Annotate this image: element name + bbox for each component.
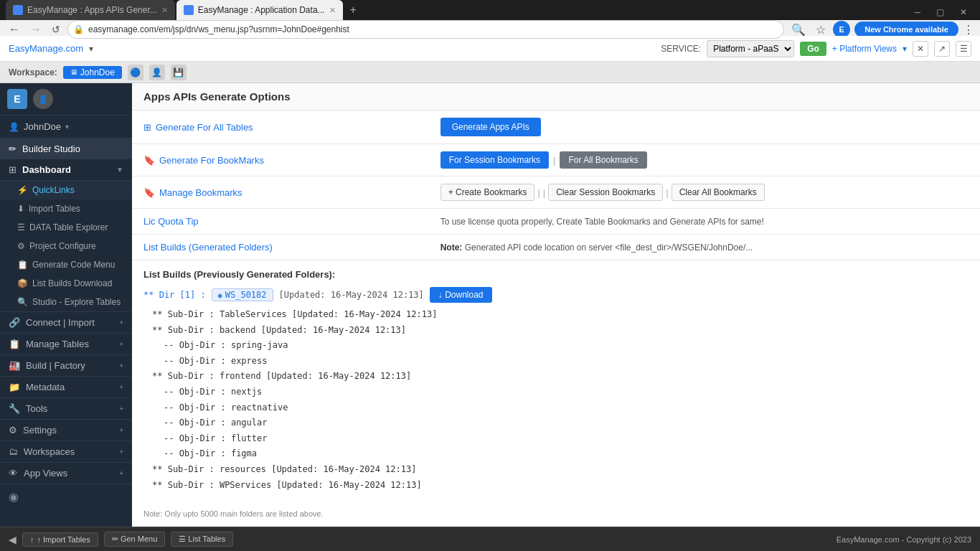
sidebar-item-metadata[interactable]: 📁 Metadata + [0,377,132,398]
topbar-dropdown-icon[interactable]: ▾ [89,44,93,54]
logo-icon[interactable]: E [7,89,27,109]
reload-button[interactable]: ↺ [49,22,63,37]
tab-1[interactable]: EasyManage : Apps APIs Gener... ✕ [6,0,175,20]
sidebar-item-generate-code-menu[interactable]: 📋 Generate Code Menu [0,255,132,274]
sub-dir-line-3: -- Obj-Dir : spring-java [152,338,969,354]
address-bar[interactable] [67,20,784,39]
sidebar-item-settings[interactable]: ⚙ Settings + [0,420,132,441]
note-text-content: Generated API code location on server <f… [465,242,753,253]
footer-import-tables-button[interactable]: ↑ ↑ Import Tables [22,532,98,547]
tab1-close[interactable]: ✕ [161,6,168,15]
maximize-button[interactable]: ▢ [929,4,951,20]
quicklinks-icon: ⚡ [17,185,28,195]
app-wrapper: EasyManage.com ▾ SERVICE: Platform - aPa… [0,36,980,551]
manage-tables-expand-icon: + [119,340,123,348]
topbar-close-icon[interactable]: ✕ [913,41,928,57]
sidebar-item-list-builds-download[interactable]: 📦 List Builds Download [0,274,132,293]
builder-studio-icon: ✏ [9,143,17,154]
download-button[interactable]: ↓ Download [430,287,492,303]
user-avatar[interactable]: 👤 [33,89,53,109]
sidebar-item-builder-studio[interactable]: ✏ Builder Studio [0,138,132,159]
sidebar-circle-btn[interactable]: ◉ [0,484,132,509]
sub-dir-line-1: ** Sub-Dir : TableServices [Updated: 16-… [152,307,969,323]
workspace-btn-1[interactable]: 🔵 [128,65,143,80]
options-row-lic-quota: Lic Quota Tip To use license quota prope… [132,209,980,235]
footer-import-tables-label: ↑ Import Tables [37,535,90,544]
sidebar-item-studio-explore-tables[interactable]: 🔍 Studio - Explore Tables [0,293,132,312]
topbar-menu-icon[interactable]: ☰ [956,41,971,57]
footer-gen-menu-button[interactable]: ✏ Gen Menu [104,532,165,547]
settings-expand-icon: + [119,426,123,434]
generate-apps-apis-button[interactable]: Generate Apps APIs [440,118,541,136]
clear-all-bookmarks-button[interactable]: Clear All Bookmarks [672,184,765,201]
sidebar-user-row[interactable]: 👤 JohnDoe ▾ [0,116,132,138]
generate-bookmarks-label[interactable]: 🔖 Generate For BookMarks [143,155,418,166]
options-row-list-builds: List Builds (Generated Folders) Note: Ge… [132,235,980,260]
lic-quota-label[interactable]: Lic Quota Tip [143,216,418,227]
build-list-title: List Builds (Previously Generated Folder… [143,269,969,280]
options-row-bookmarks: 🔖 Generate For BookMarks For Session Boo… [132,144,980,176]
sidebar-item-data-table-explorer[interactable]: ☰ DATA Table Explorer [0,218,132,237]
sidebar-item-connect-import[interactable]: 🔗 Connect | Import + [0,312,132,334]
sidebar-item-tools[interactable]: 🔧 Tools + [0,398,132,420]
sidebar-item-build-factory[interactable]: 🏭 Build | Factory + [0,355,132,377]
sub-dir-line-12: ** Sub-Dir : WPServices [Updated: 16-May… [152,478,969,494]
workspace-chip[interactable]: 🖥 JohnDoe [63,66,122,79]
generate-all-label[interactable]: ⊞ Generate For All Tables [143,122,418,133]
service-select[interactable]: Platform - aPaaS [707,40,794,57]
minimize-button[interactable]: ─ [907,4,928,20]
easymanage-home-link[interactable]: EasyManage.com [9,43,83,54]
sidebar-item-app-views[interactable]: 👁 App Views + [0,463,132,484]
go-button[interactable]: Go [800,42,826,56]
platform-views-dropdown-icon[interactable]: ▾ [903,44,907,54]
topbar-arrow-icon[interactable]: ↗ [934,41,950,57]
forward-button[interactable]: → [27,22,44,37]
create-bookmarks-button[interactable]: + Create Bookmarks [440,184,535,201]
sidebar-item-quicklinks[interactable]: ⚡ QuickLinks [0,181,132,199]
build-factory-expand-icon: + [119,362,123,369]
sidebar-item-project-configure[interactable]: ⚙ Project Configure [0,237,132,255]
build-factory-icon: 🏭 [9,360,20,371]
footer-list-tables-button[interactable]: ☰ List Tables [171,532,233,547]
for-session-bookmarks-button[interactable]: For Session Bookmarks [440,151,549,169]
workspace-btn-3[interactable]: 💾 [171,65,187,80]
studio-explore-icon: 🔍 [17,297,28,307]
new-tab-button[interactable]: + [344,1,362,19]
workspace-chip-icon: 🖥 [70,68,77,76]
dir-label: ** Dir [1] : [143,290,206,300]
settings-icon: ⚙ [9,425,17,435]
workspaces-expand-icon: + [119,448,123,456]
for-all-bookmarks-button[interactable]: For All Bookmarks [560,151,646,169]
dashboard-icon: ⊞ [9,164,17,175]
sidebar-header: E 👤 [0,83,132,116]
close-window-button[interactable]: ✕ [953,4,974,20]
sidebar-item-label: Builder Studio [22,143,123,154]
tab2-favicon [184,5,194,15]
sidebar-metadata-label: Metadata [26,382,113,392]
platform-views-button[interactable]: + Platform Views [832,44,897,54]
workspace-btn-2[interactable]: 👤 [149,65,165,80]
list-builds-icon: 📦 [17,278,28,288]
sub-dir-line-8: -- Obj-Dir : angular [152,415,969,431]
manage-bookmarks-label[interactable]: 🔖 Manage Bookmarks [143,187,418,198]
tab1-favicon [13,5,23,15]
options-table: ⊞ Generate For All Tables Generate Apps … [132,110,980,260]
clear-session-bookmarks-button[interactable]: Clear Session Bookmarks [548,184,663,201]
connect-import-expand-icon: + [119,319,123,326]
browser-menu-icon[interactable]: ⋮ [963,23,974,37]
tab2-close[interactable]: ✕ [329,6,336,15]
sidebar-item-manage-tables[interactable]: 📋 Manage Tables + [0,334,132,355]
dir-chip[interactable]: ◉ WS_50182 [212,288,273,301]
project-configure-icon: ⚙ [17,241,25,251]
sidebar-item-dashboard[interactable]: ⊞ Dashboard ▼ [0,159,132,181]
sidebar-item-workspaces[interactable]: 🗂 Workspaces + [0,441,132,463]
tab-bar: EasyManage : Apps APIs Gener... ✕ EasyMa… [0,0,980,20]
tab-2[interactable]: EasyManage : Application Data... ✕ [176,0,343,20]
sidebar-project-configure-label: Project Configure [29,241,96,251]
back-button[interactable]: ← [6,22,23,37]
footer-arrow-button[interactable]: ◀ [9,534,17,545]
sidebar: E 👤 👤 JohnDoe ▾ ✏ Builder Studio ⊞ Dashb… [0,83,132,527]
list-builds-row-label[interactable]: List Builds (Generated Folders) [143,242,418,253]
sidebar-item-import-tables[interactable]: ⬇ Import Tables [0,199,132,218]
chrome-update-button[interactable]: New Chrome available [854,22,958,37]
